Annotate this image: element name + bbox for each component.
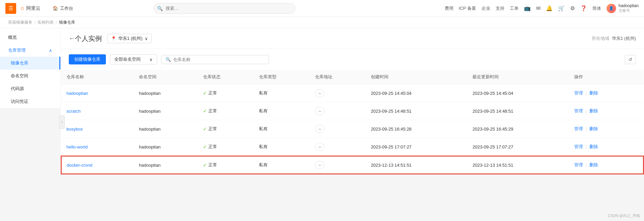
check-icon: ✓ [203,162,207,168]
repo-search-box: 🔍 [161,55,269,64]
col-header-namespace: 命名空间 [134,70,198,84]
workbench-button[interactable]: 🏠 工作台 [49,3,77,14]
repo-name-link[interactable]: scratch [66,109,81,114]
breadcrumb-item-1[interactable]: 实例列表 [37,20,54,25]
main-layout: 概览 仓库管理 ∧ 镜像仓库 命名空间 代码源 访问凭证 [0,28,644,216]
collapse-icon: ‹ [61,120,62,124]
breadcrumb-sep-1: / [56,20,57,25]
sidebar-submenu: 镜像仓库 命名空间 代码源 访问凭证 [0,57,60,108]
address-dots-button[interactable]: ··· [315,125,324,133]
sidebar-collapse-button[interactable]: ‹ [59,115,65,129]
region-selector[interactable]: 📍 华东1 (杭州) ∨ [107,34,152,43]
sidebar-item-repo-management[interactable]: 仓库管理 ∧ [0,44,60,57]
search-box-icon: 🔍 [166,57,171,62]
lang-switch[interactable]: 简体 [592,5,601,11]
search-input[interactable] [154,3,295,14]
repo-search-input[interactable] [173,57,265,62]
nav-actions: 费用 ICP 备案 企业 支持 工单 📺 ✉ 🔔 🛒 ⚙ ❓ 简体 👤 hado… [445,3,639,13]
status-normal: ✓正常 [203,108,248,114]
repo-updated-time: 2023-09-25 14:45:04 [467,84,569,102]
create-repo-button[interactable]: 创建镜像仓库 [69,54,106,64]
sidebar-item-overview[interactable]: 概览 [0,31,60,44]
mail-icon[interactable]: ✉ [536,5,540,11]
col-header-status: 仓库状态 [198,70,254,84]
back-button[interactable]: ← [69,35,75,42]
search-icon: 🔍 [157,6,163,11]
cart-icon[interactable]: 🛒 [558,5,565,11]
nav-support[interactable]: 支持 [496,5,504,11]
manage-link[interactable]: 管理 [574,108,583,113]
settings-icon[interactable]: ⚙ [570,5,575,11]
global-search: 🔍 [154,3,295,14]
manage-link[interactable]: 管理 [574,144,583,149]
namespace-select[interactable]: 全部命名空间 ∨ [110,54,157,64]
refresh-button[interactable]: ↺ [625,55,636,64]
address-dots-button[interactable]: ··· [315,161,324,169]
user-area[interactable]: 👤 hadooptian 主账号 [607,3,639,13]
repo-table: 仓库名称 命名空间 仓库状态 仓库类型 仓库地址 创建时间 最近更新时间 操作 … [61,70,644,174]
sidebar-item-namespace[interactable]: 命名空间 [0,70,60,82]
page-title-left: ← 个人实例 📍 华东1 (杭州) ∨ [69,34,152,43]
logo-text: 阿里云 [26,5,40,11]
region-name: 华东1 (杭州) [118,35,143,42]
page-title-row: ← 个人实例 📍 华东1 (杭州) ∨ 所在地域 华东1 (杭州) [69,34,636,49]
repo-actions: 管理|删除 [569,84,644,102]
hamburger-button[interactable]: ☰ [5,3,16,14]
status-normal: ✓正常 [203,162,248,168]
repo-name-link[interactable]: hadooptian [66,91,88,96]
manage-link[interactable]: 管理 [574,126,583,131]
repo-actions: 管理|删除 [569,156,644,174]
delete-link[interactable]: 删除 [589,90,598,95]
address-dots-button[interactable]: ··· [315,89,324,97]
delete-link[interactable]: 删除 [589,108,598,113]
nav-icp[interactable]: ICP 备案 [459,5,476,11]
repo-status: ✓正常 [198,84,254,102]
manage-link[interactable]: 管理 [574,90,583,95]
address-dots-button[interactable]: ··· [315,107,324,115]
delete-link[interactable]: 删除 [589,126,598,131]
repo-status: ✓正常 [198,138,254,156]
check-icon: ✓ [203,90,207,96]
repo-address: ··· [310,138,365,156]
breadcrumb-item-0[interactable]: 容器镜像服务 [8,20,32,25]
address-dots-button[interactable]: ··· [315,143,324,151]
repo-status: ✓正常 [198,120,254,138]
repo-name-link[interactable]: hello-world [66,144,88,149]
content-area: ← 个人实例 📍 华东1 (杭州) ∨ 所在地域 华东1 (杭州) 创建镜像仓库 [61,28,644,216]
repo-actions: 管理|删除 [569,102,644,120]
sidebar: 概览 仓库管理 ∧ 镜像仓库 命名空间 代码源 访问凭证 [0,28,61,108]
delete-link[interactable]: 删除 [589,144,598,149]
sidebar-item-access-credentials[interactable]: 访问凭证 [0,95,60,108]
repo-status: ✓正常 [198,156,254,174]
nav-enterprise[interactable]: 企业 [481,5,490,11]
table-row: busyboxhadooptian✓正常私有···2023-09-25 16:4… [61,120,644,138]
top-navigation: ☰ ○ 阿里云 🏠 工作台 🔍 费用 ICP 备案 企业 支持 工单 📺 ✉ 🔔… [0,0,644,17]
help-icon[interactable]: ❓ [580,5,587,11]
bell-icon[interactable]: 🔔 [546,5,553,11]
repo-type: 私有 [254,84,310,102]
repo-actions: 管理|删除 [569,120,644,138]
manage-link[interactable]: 管理 [574,162,583,167]
sidebar-item-code-source[interactable]: 代码源 [0,82,60,95]
nav-cost[interactable]: 费用 [445,5,453,11]
table-row: hello-worldhadooptian✓正常私有···2023-09-25 … [61,138,644,156]
nav-ticket[interactable]: 工单 [510,5,519,11]
repo-created-time: 2023-09-25 14:48:51 [365,102,467,120]
table-container: 仓库名称 命名空间 仓库状态 仓库类型 仓库地址 创建时间 最近更新时间 操作 … [61,70,644,174]
col-header-created: 创建时间 [365,70,467,84]
repo-name-link[interactable]: busybox [66,127,83,132]
status-normal: ✓正常 [203,144,248,150]
namespace-label: 全部命名空间 [114,56,141,62]
repo-namespace: hadooptian [134,84,198,102]
region-value: 华东1 (杭州) [612,35,636,42]
delete-link[interactable]: 删除 [589,162,598,167]
monitor-icon[interactable]: 📺 [524,5,531,11]
check-icon: ✓ [203,108,207,114]
action-separator: | [586,108,587,113]
refresh-icon: ↺ [628,57,632,62]
sidebar-item-image-repo[interactable]: 镜像仓库 [0,57,60,70]
repo-name-link[interactable]: docker-crond [67,163,92,168]
status-normal: ✓正常 [203,90,248,96]
sidebar-overview-label: 概览 [8,34,17,40]
repo-address: ··· [310,102,365,120]
